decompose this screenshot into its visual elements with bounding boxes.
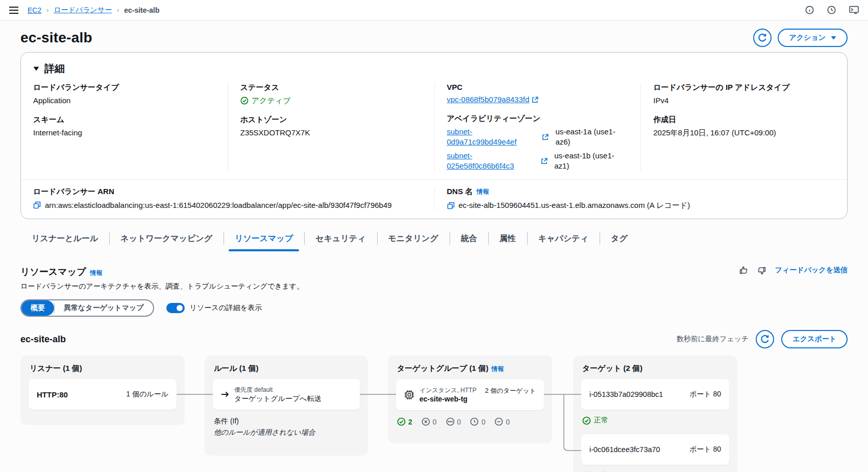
clock-icon[interactable] <box>827 6 836 14</box>
tab-tags[interactable]: タグ <box>600 230 639 251</box>
tab-network-mapping[interactable]: ネットワークマッピング <box>109 230 224 251</box>
top-navigation-bar: EC2 › ロードバランサー › ec-site-alb <box>0 0 868 20</box>
details-panel: 詳細 ロードバランサータイプ Application スキーム Internet… <box>20 52 848 219</box>
tab-security[interactable]: セキュリティ <box>304 230 377 251</box>
rule-condition-label: 条件 (If) <box>214 417 360 426</box>
target-card[interactable]: i-05133b7a029908bc1 ポート 80 <box>581 379 729 410</box>
alb-map-title: ec-site-alb <box>20 334 66 345</box>
target-group-card[interactable]: インスタンス, HTTP ec-site-web-tg 2 個のターゲット <box>396 380 544 410</box>
resource-map-canvas: リスナー (1 個) HTTP:80 1 個のルール ルール (1 個) 優先度… <box>20 356 848 472</box>
page-header: ec-site-alb アクション <box>20 29 848 47</box>
ip-type-label: ロードバランサーの IP アドレスタイプ <box>653 83 835 92</box>
created-value: 2025年8月10日, 16:07 (UTC+09:00) <box>653 128 835 138</box>
listener-rules-link[interactable]: 1 個のルール <box>126 390 168 399</box>
target-group-name[interactable]: ec-site-web-tg <box>419 394 485 404</box>
rule-card[interactable]: 優先度 default ターゲットグループへ転送 <box>213 379 360 410</box>
listener-card[interactable]: HTTP:80 1 個のルール <box>29 379 177 410</box>
external-link-icon <box>532 97 538 103</box>
topbar-icons <box>805 6 859 14</box>
instance-chip-icon <box>404 390 414 400</box>
az-label: アベイラビリティーゾーン <box>447 114 629 124</box>
resource-map-info-link[interactable]: 情報 <box>90 269 103 277</box>
target-groups-info-link[interactable]: 情報 <box>491 364 504 373</box>
copy-icon[interactable] <box>447 202 455 209</box>
arn-label: ロードバランサー ARN <box>33 187 422 197</box>
unhealthy-count: 0 <box>421 417 437 426</box>
arn-value: arn:aws:elasticloadbalancing:us-east-1:6… <box>45 201 392 209</box>
refresh-button[interactable] <box>753 29 772 47</box>
copy-icon[interactable] <box>33 201 41 209</box>
vpc-label: VPC <box>447 83 629 91</box>
dns-info-link[interactable]: 情報 <box>477 187 489 196</box>
listener-name[interactable]: HTTP:80 <box>37 390 126 399</box>
target-id[interactable]: i-05133b7a029908bc1 <box>589 390 689 398</box>
breadcrumb-load-balancers[interactable]: ロードバランサー <box>54 6 112 15</box>
details-title: 詳細 <box>44 62 65 76</box>
target-id[interactable]: i-0c061dcee3fc73a70 <box>589 445 689 454</box>
rule-priority: 優先度 default <box>234 386 352 394</box>
page-title: ec-site-alb <box>20 30 92 46</box>
info-icon[interactable] <box>805 6 814 14</box>
hosted-zone-label: ホストゾーン <box>240 115 422 125</box>
tab-capacity[interactable]: キャパシティ <box>527 230 600 251</box>
hosted-zone-value: Z35SXDOTRQ7X7K <box>240 128 422 138</box>
subnet-link[interactable]: subnet-0d9a71c99bd49e4ef <box>447 127 540 147</box>
triangle-down-icon <box>33 66 39 71</box>
details-expander[interactable]: 詳細 <box>21 62 847 76</box>
toggle-switch[interactable] <box>166 303 185 313</box>
details-bottom: ロードバランサー ARN arn:aws:elasticloadbalancin… <box>21 179 847 210</box>
breadcrumb-current: ec-site-alb <box>124 6 159 14</box>
view-overview-segment[interactable]: 概要 <box>21 300 54 316</box>
menu-icon[interactable] <box>9 7 18 14</box>
forward-arrow-icon <box>221 391 229 397</box>
rules-panel: ルール (1 個) 優先度 default ターゲットグループへ転送 条件 (I… <box>205 356 368 456</box>
tab-resource-map[interactable]: リソースマップ <box>224 230 304 251</box>
thumbs-down-icon[interactable] <box>757 266 766 275</box>
breadcrumb-separator-icon: › <box>46 7 48 14</box>
resource-map-title: リソースマップ <box>20 266 86 278</box>
send-feedback-link[interactable]: フィードバックを送信 <box>775 266 848 275</box>
az-row: subnet-025e58f0c86b6f4c3 us-east-1b (use… <box>447 151 629 171</box>
show-resource-details-toggle[interactable]: リソースの詳細を表示 <box>166 303 262 313</box>
status-label: ステータス <box>240 83 422 92</box>
target-card[interactable]: i-0c061dcee3fc73a70 ポート 80 <box>581 434 729 465</box>
az-zone: us-east-1b (use1-az1) <box>554 151 628 171</box>
initial-count: 0 <box>470 417 485 426</box>
rule-action: ターゲットグループへ転送 <box>234 394 352 403</box>
last-fetched-text: 数秒前に最終フェッチ <box>677 335 749 344</box>
target-health: 正常 <box>582 416 729 425</box>
breadcrumb-ec2[interactable]: EC2 <box>28 6 41 14</box>
status-badge: アクティブ <box>240 96 422 106</box>
scheme-label: スキーム <box>33 115 215 125</box>
target-groups-header: ターゲットグループ (1 個) <box>397 364 488 373</box>
rule-condition-value: 他のルールが適用されない場合 <box>214 428 360 437</box>
caret-down-icon <box>831 36 836 40</box>
tab-listeners-rules[interactable]: リスナーとルール <box>20 230 109 251</box>
actions-button[interactable]: アクション <box>778 29 848 47</box>
map-refresh-button[interactable] <box>756 330 774 348</box>
tab-attributes[interactable]: 属性 <box>488 230 527 251</box>
subnet-link[interactable]: subnet-025e58f0c86b6f4c3 <box>447 151 539 171</box>
vpc-link[interactable]: vpc-0868f5b079a8433fd <box>447 95 530 105</box>
dns-label: DNS 名 <box>447 187 473 197</box>
thumbs-up-icon[interactable] <box>739 266 748 275</box>
terminal-icon[interactable] <box>849 6 859 14</box>
tab-monitoring[interactable]: モニタリング <box>377 230 450 251</box>
tab-bar: リスナーとルール ネットワークマッピング リソースマップ セキュリティ モニタリ… <box>20 230 848 251</box>
target-group-count: 2 個のターゲット <box>485 387 536 395</box>
details-grid: ロードバランサータイプ Application スキーム Internet-fa… <box>21 83 847 171</box>
scheme-value: Internet-facing <box>33 128 215 138</box>
export-button[interactable]: エクスポート <box>781 330 848 348</box>
target-groups-panel: ターゲットグループ (1 個) 情報 インスタンス, HTTP ec-site-… <box>388 356 552 443</box>
tab-integrations[interactable]: 統合 <box>450 230 488 251</box>
external-link-icon <box>541 158 548 164</box>
healthy-count: 2 <box>397 417 412 426</box>
rules-header: ルール (1 個) <box>214 364 360 373</box>
az-zone: us-east-1a (use1-az6) <box>555 127 628 147</box>
view-unhealthy-segment[interactable]: 異常なターゲットマップ <box>55 300 153 316</box>
listeners-header: リスナー (1 個) <box>30 364 177 373</box>
target-port: ポート 80 <box>689 390 721 399</box>
created-label: 作成日 <box>653 115 835 125</box>
view-segmented-control: 概要 異常なターゲットマップ <box>20 299 154 317</box>
external-link-icon <box>542 134 549 140</box>
